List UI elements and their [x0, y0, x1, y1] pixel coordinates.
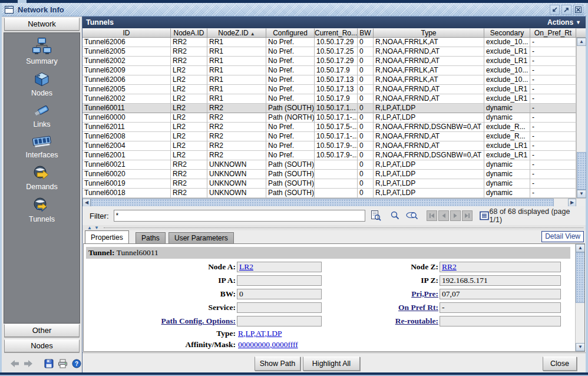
filter-input[interactable] [114, 210, 365, 222]
table-cell[interactable]: 10.50.17.25 [315, 47, 358, 57]
table-row[interactable]: Tunnel62001LR2RR2No Pref.10.50.17.9-...0… [82, 151, 576, 160]
table-cell[interactable]: RR2 [207, 113, 266, 123]
table-cell[interactable]: 0 [358, 113, 374, 123]
table-cell[interactable] [315, 170, 358, 179]
table-cell[interactable]: R,NOAA,FRRND,AT [374, 132, 484, 141]
table-cell[interactable]: LR2 [171, 85, 207, 94]
table-cell[interactable]: No Pref. [266, 47, 315, 57]
table-cell[interactable]: dynamic [484, 179, 530, 189]
table-row[interactable]: Tunnel62009LR2RR1No Pref.10.50.17.90R,NO… [82, 66, 576, 75]
table-cell[interactable]: 0 [358, 104, 374, 113]
scroll-left-icon[interactable]: ◀ [82, 199, 91, 207]
table-cell[interactable]: 10.50.17.9-... [315, 141, 358, 151]
table-cell[interactable]: 0 [358, 189, 374, 198]
table-vertical-scrollbar[interactable]: ▲ ▼ [576, 38, 586, 198]
table-cell[interactable]: - [530, 179, 576, 189]
table-cell[interactable]: R,LP,AT,LDP [374, 160, 484, 170]
table-cell[interactable]: RR2 [207, 104, 266, 113]
table-cell[interactable]: exclude_LR1 [484, 94, 530, 104]
back-icon[interactable] [10, 359, 19, 368]
property-field-on-pref-rt[interactable]: - [440, 302, 561, 313]
table-cell[interactable]: RR1 [207, 85, 266, 94]
table-cell[interactable]: Tunnel62006 [82, 38, 171, 47]
table-cell[interactable]: Path (SOUTH) [266, 160, 315, 170]
table-row[interactable]: Tunnel62005LR2RR1No Pref.10.50.17.130R,N… [82, 85, 576, 94]
table-cell[interactable]: LR2 [171, 123, 207, 132]
table-cell[interactable]: Path (NORTH) [266, 113, 315, 123]
table-cell[interactable]: No Pref. [266, 132, 315, 141]
table-cell[interactable]: RR2 [171, 170, 207, 179]
property-label-path-config-options[interactable]: Path Config. Options: [84, 316, 236, 326]
table-cell[interactable]: RR1 [207, 75, 266, 85]
table-cell[interactable]: 0 [358, 75, 374, 85]
table-cell[interactable]: Tunnel62005 [82, 85, 171, 94]
table-row[interactable]: Tunnel62008LR2RR2No Pref.10.50.17.1-...0… [82, 132, 576, 141]
property-label-re-routable[interactable]: Re-routable: [322, 316, 438, 326]
column-header-nodez-id[interactable]: NodeZ.ID▲ [207, 28, 266, 38]
table-cell[interactable]: Tunnel62001 [82, 151, 171, 160]
table-cell[interactable]: LR2 [171, 94, 207, 104]
table-cell[interactable]: No Pref. [266, 123, 315, 132]
scrollbar-thumb[interactable] [91, 199, 554, 207]
property-value-link[interactable]: R,LP,AT,LDP [238, 329, 282, 338]
zoom-selection-icon[interactable] [405, 210, 418, 221]
table-cell[interactable]: R,LP,AT,LDP [374, 179, 484, 189]
table-cell[interactable]: 10.50.17.1-... [315, 113, 358, 123]
table-cell[interactable]: No Pref. [266, 38, 315, 47]
table-cell[interactable]: - [530, 160, 576, 170]
window-titlebar[interactable]: Network Info [2, 3, 586, 17]
table-cell[interactable]: - [530, 113, 576, 123]
table-cell[interactable]: RR1 [207, 66, 266, 75]
close-icon[interactable] [573, 5, 583, 15]
table-row[interactable]: Tunnel62011LR2RR2No Pref.10.50.17.5-...0… [82, 123, 576, 132]
table-cell[interactable]: 10.50.17.1-... [315, 132, 358, 141]
table-row[interactable]: Tunnel62002RR2RR1No Pref.10.50.17.290R,N… [82, 57, 576, 66]
table-cell[interactable]: exclude_LR1 [484, 57, 530, 66]
table-cell[interactable]: exclude_LR1 [484, 141, 530, 151]
table-cell[interactable]: - [530, 85, 576, 94]
scrollbar-thumb[interactable] [577, 152, 586, 190]
table-cell[interactable]: R,LP,AT,LDP [374, 170, 484, 179]
table-cell[interactable]: RR1 [207, 47, 266, 57]
table-row[interactable]: Tunnel60019RR2UNKNOWNPath (SOUTH)0R,LP,A… [82, 179, 576, 189]
scroll-right-icon[interactable]: ▶ [568, 199, 576, 207]
table-cell[interactable]: LR2 [171, 151, 207, 160]
table-cell[interactable]: 10.50.17.9-... [315, 151, 358, 160]
property-label-on-pref-rt[interactable]: On Pref Rt: [322, 303, 438, 312]
zoom-search-icon[interactable] [389, 210, 400, 221]
sidebar-item-nodes[interactable]: Nodes [31, 71, 52, 97]
table-cell[interactable]: dynamic [484, 104, 530, 113]
sidebar-item-links[interactable]: Links [32, 103, 51, 128]
table-cell[interactable]: dynamic [484, 189, 530, 198]
table-cell[interactable]: Tunnel62006 [82, 75, 171, 85]
table-cell[interactable]: 10.50.17.29 [315, 57, 358, 66]
table-cell[interactable]: UNKNOWN [207, 160, 266, 170]
splitter-bar[interactable]: ▲ ▼ [82, 225, 586, 230]
table-cell[interactable]: R,NOAA,FRRLK,AT [374, 75, 484, 85]
table-cell[interactable]: - [530, 38, 576, 47]
search-report-icon[interactable] [371, 210, 381, 221]
table-cell[interactable]: R,LP,AT,LDP [374, 113, 484, 123]
scroll-up-icon[interactable]: ▲ [576, 244, 585, 252]
table-cell[interactable]: RR2 [171, 160, 207, 170]
column-header-type[interactable]: Type [374, 28, 484, 38]
table-cell[interactable]: No Pref. [266, 94, 315, 104]
column-header-current-ro[interactable]: Current_Ro... [315, 28, 358, 38]
table-cell[interactable]: Tunnel60011 [82, 104, 171, 113]
table-cell[interactable]: 0 [358, 85, 374, 94]
tab-user-parameters[interactable]: User Parameters [169, 232, 234, 243]
sidebar-item-demands[interactable]: Demands [26, 165, 58, 191]
property-field-node-a[interactable]: LR2 [237, 262, 322, 272]
table-cell[interactable]: 0 [358, 179, 374, 189]
table-cell[interactable]: RR2 [207, 151, 266, 160]
sidebar-other-button[interactable]: Other [4, 324, 80, 337]
table-cell[interactable]: R,NOAA,FRRLK,AT [374, 38, 484, 47]
scroll-down-icon[interactable]: ▼ [577, 190, 586, 198]
table-cell[interactable]: Tunnel62004 [82, 141, 171, 151]
property-value-link[interactable]: LR2 [239, 262, 253, 271]
table-cell[interactable]: Tunnel60018 [82, 189, 171, 198]
table-cell[interactable]: No Pref. [266, 151, 315, 160]
table-cell[interactable]: RR2 [171, 189, 207, 198]
table-row[interactable]: Tunnel62004LR2RR2No Pref.10.50.17.9-...0… [82, 141, 576, 151]
table-row[interactable]: Tunnel62006RR2RR1No Pref.10.50.17.290R,N… [82, 38, 576, 47]
